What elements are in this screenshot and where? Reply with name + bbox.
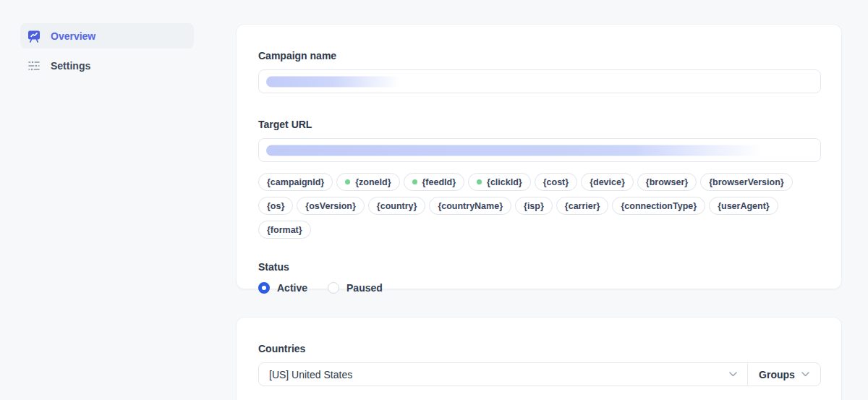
campaign-name-input[interactable] [258,69,821,93]
macro-chip[interactable]: {clickId} [468,173,531,191]
macro-chip-label: {feedId} [422,177,456,187]
macro-chip-label: {country} [377,201,417,211]
countries-label: Countries [258,343,820,355]
countries-select-group: [US] United States Groups [258,362,821,386]
main-content: Campaign name Target URL {campaignId} {z… [236,24,842,400]
macro-chip-label: {carrier} [565,201,600,211]
macro-chip-label: {device} [590,177,625,187]
macro-chip[interactable]: {browser} [637,173,697,191]
redacted-target-url-value [266,145,778,156]
macro-chip-label: {osVersion} [305,201,355,211]
status-radio-group: Active Paused [258,282,820,294]
macro-chip-label: {clickId} [487,177,522,187]
sidebar-item-overview[interactable]: Overview [20,23,194,48]
green-dot-icon [477,179,482,184]
countries-select-value: [US] United States [269,369,352,380]
sliders-icon [26,58,42,74]
macro-chip-label: {zoneId} [355,177,391,187]
macro-chip[interactable]: {browserVersion} [700,173,793,191]
macro-chip[interactable]: {userAgent} [709,197,778,215]
macro-chip[interactable]: {isp} [515,197,553,215]
countries-select[interactable]: [US] United States [259,363,747,386]
macro-chip[interactable]: {device} [581,173,634,191]
status-radio-option[interactable]: Paused [328,282,383,294]
macro-chip-label: {connectionType} [621,201,697,211]
radio-icon[interactable] [258,282,270,294]
macro-chip-label: {cost} [543,177,569,187]
macro-chip-label: {userAgent} [718,201,770,211]
campaign-overview-card: Campaign name Target URL {campaignId} {z… [236,24,842,289]
status-radio-option[interactable]: Active [258,282,307,294]
target-url-label: Target URL [258,119,820,131]
macro-chip-label: {browserVersion} [709,177,784,187]
radio-icon[interactable] [328,282,339,294]
campaign-name-label: Campaign name [258,50,820,62]
groups-button-label: Groups [759,369,795,380]
macro-chip[interactable]: {country} [368,197,426,215]
groups-button[interactable]: Groups [748,363,820,386]
status-label: Status [258,261,820,273]
macro-chip-label: {campaignId} [267,177,324,187]
macro-chip[interactable]: {carrier} [556,197,609,215]
green-dot-icon [412,179,417,184]
macro-chip-label: {countryName} [438,201,503,211]
macro-chip-label: {isp} [524,201,544,211]
sidebar-item-label: Settings [51,60,90,72]
macro-chip-label: {format} [267,225,302,235]
redacted-campaign-name-value [266,76,400,87]
status-radio-label: Active [277,282,307,294]
sidebar-item-label: Overview [51,30,95,42]
macro-chip[interactable]: {connectionType} [612,197,705,215]
macro-chip[interactable]: {cost} [535,173,577,191]
chevron-down-icon [729,372,737,377]
macro-chip[interactable]: {zoneId} [336,173,399,191]
green-dot-icon [345,179,350,184]
presentation-chart-icon [26,28,42,44]
sidebar: Overview Settings [20,23,194,82]
macro-chip[interactable]: {feedId} [404,173,465,191]
countries-card: Countries [US] United States Groups [236,317,842,400]
macro-chip-label: {os} [267,201,284,211]
chevron-down-icon [801,372,809,377]
macro-chip-list: {campaignId} {zoneId} {feedId} {clickId} [258,173,821,239]
macro-chip[interactable]: {countryName} [429,197,511,215]
sidebar-item-settings[interactable]: Settings [20,53,194,78]
macro-chip[interactable]: {os} [258,197,293,215]
macro-chip-label: {browser} [646,177,688,187]
macro-chip[interactable]: {campaignId} [258,173,333,191]
status-radio-label: Paused [346,282,383,294]
macro-chip[interactable]: {format} [258,221,311,239]
target-url-input[interactable] [258,138,821,162]
macro-chip[interactable]: {osVersion} [297,197,364,215]
